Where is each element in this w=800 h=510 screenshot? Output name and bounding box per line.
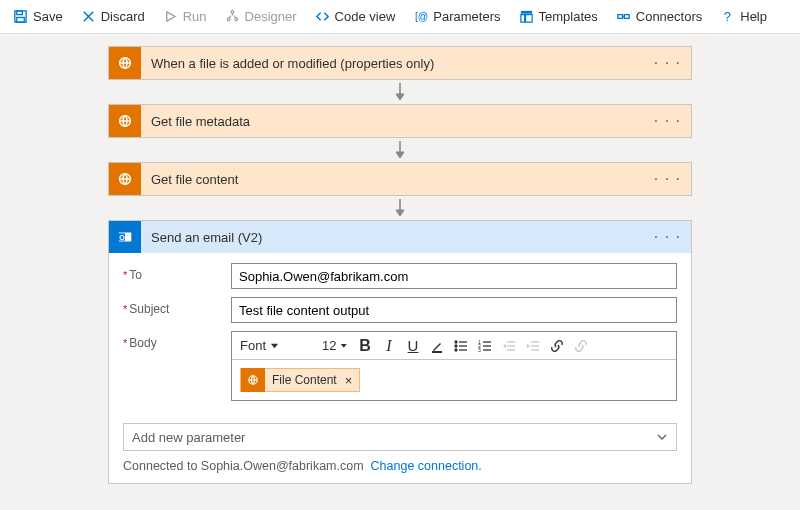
to-label: To <box>123 263 231 282</box>
arrow-icon <box>392 196 408 220</box>
link-button[interactable] <box>546 335 568 357</box>
chevron-down-icon <box>340 341 348 350</box>
trigger-title: When a file is added or modified (proper… <box>141 56 644 71</box>
more-icon[interactable]: · · · <box>644 228 691 246</box>
codeview-label: Code view <box>335 9 396 24</box>
connectors-button[interactable]: Connectors <box>607 0 711 34</box>
sharepoint-icon <box>241 368 265 392</box>
svg-marker-35 <box>271 344 278 349</box>
arrow-icon <box>392 138 408 162</box>
designer-label: Designer <box>245 9 297 24</box>
body-editor: Font 12 B I U 123 <box>231 331 677 401</box>
svg-marker-27 <box>396 152 404 158</box>
svg-point-6 <box>231 10 234 13</box>
svg-point-7 <box>227 18 230 21</box>
outlook-icon: O <box>109 221 141 253</box>
svg-rect-13 <box>520 11 531 14</box>
help-label: Help <box>740 9 767 24</box>
metadata-title: Get file metadata <box>141 114 644 129</box>
svg-point-8 <box>234 18 237 21</box>
color-button[interactable] <box>426 335 448 357</box>
svg-rect-16 <box>618 15 623 19</box>
run-button: Run <box>154 0 216 34</box>
sharepoint-icon <box>109 105 141 137</box>
outdent-button[interactable] <box>498 335 520 357</box>
token-label: File Content <box>265 373 343 387</box>
svg-marker-57 <box>527 344 530 348</box>
more-icon[interactable]: · · · <box>644 54 691 72</box>
connectors-label: Connectors <box>636 9 702 24</box>
font-select[interactable]: Font <box>236 335 316 357</box>
templates-button[interactable]: Templates <box>510 0 607 34</box>
discard-button[interactable]: Discard <box>72 0 154 34</box>
svg-rect-2 <box>17 17 25 22</box>
italic-button[interactable]: I <box>378 335 400 357</box>
svg-rect-37 <box>432 351 442 353</box>
body-content[interactable]: File Content × <box>232 360 676 400</box>
unlink-button[interactable] <box>570 335 592 357</box>
connection-info: Connected to Sophia.Owen@fabrikam.com Ch… <box>109 451 691 483</box>
to-input[interactable] <box>231 263 677 289</box>
templates-label: Templates <box>539 9 598 24</box>
discard-label: Discard <box>101 9 145 24</box>
dynamic-token[interactable]: File Content × <box>240 368 360 392</box>
chevron-down-icon <box>270 341 279 350</box>
save-label: Save <box>33 9 63 24</box>
svg-marker-23 <box>396 94 404 100</box>
svg-text:3: 3 <box>478 347 481 353</box>
email-title: Send an email (V2) <box>141 230 644 245</box>
designer-button: Designer <box>216 0 306 34</box>
sharepoint-icon <box>109 163 141 195</box>
help-button[interactable]: ? Help <box>711 0 776 34</box>
sharepoint-icon <box>109 47 141 79</box>
toolbar: Save Discard Run Designer Code view [@] … <box>0 0 800 34</box>
svg-rect-17 <box>624 15 629 19</box>
svg-marker-53 <box>503 344 506 348</box>
body-label: Body <box>123 331 231 350</box>
bullet-list-button[interactable] <box>450 335 472 357</box>
change-connection-link[interactable]: Change connection. <box>371 459 482 473</box>
email-header[interactable]: O Send an email (V2) · · · <box>109 221 691 253</box>
number-list-button[interactable]: 123 <box>474 335 496 357</box>
more-icon[interactable]: · · · <box>644 170 691 188</box>
chevron-down-icon <box>656 431 668 443</box>
svg-text:[@]: [@] <box>415 11 428 22</box>
size-select[interactable]: 12 <box>318 335 352 357</box>
save-button[interactable]: Save <box>4 0 72 34</box>
trigger-card[interactable]: When a file is added or modified (proper… <box>108 46 692 80</box>
subject-input[interactable] <box>231 297 677 323</box>
run-label: Run <box>183 9 207 24</box>
svg-line-11 <box>233 16 235 18</box>
bold-button[interactable]: B <box>354 335 376 357</box>
codeview-button[interactable]: Code view <box>306 0 405 34</box>
svg-rect-15 <box>525 15 532 23</box>
parameters-label: Parameters <box>433 9 500 24</box>
content-title: Get file content <box>141 172 644 187</box>
parameters-button[interactable]: [@] Parameters <box>404 0 509 34</box>
svg-point-42 <box>455 349 457 351</box>
svg-point-40 <box>455 345 457 347</box>
svg-text:?: ? <box>724 9 731 24</box>
more-icon[interactable]: · · · <box>644 112 691 130</box>
svg-rect-14 <box>520 15 524 23</box>
content-card[interactable]: Get file content · · · <box>108 162 692 196</box>
svg-line-10 <box>228 16 230 18</box>
subject-label: Subject <box>123 297 231 316</box>
add-parameter-select[interactable]: Add new parameter <box>123 423 677 451</box>
token-remove-icon[interactable]: × <box>343 373 360 388</box>
richtext-toolbar: Font 12 B I U 123 <box>232 332 676 360</box>
svg-text:O: O <box>119 233 125 242</box>
svg-rect-1 <box>17 11 23 15</box>
indent-button[interactable] <box>522 335 544 357</box>
svg-marker-36 <box>341 344 347 348</box>
svg-point-38 <box>455 341 457 343</box>
email-card: O Send an email (V2) · · · To Subject Bo… <box>108 220 692 484</box>
svg-marker-31 <box>396 210 404 216</box>
arrow-icon <box>392 80 408 104</box>
underline-button[interactable]: U <box>402 335 424 357</box>
add-parameter-label: Add new parameter <box>132 430 245 445</box>
designer-canvas: When a file is added or modified (proper… <box>0 34 800 484</box>
svg-marker-5 <box>166 12 174 21</box>
metadata-card[interactable]: Get file metadata · · · <box>108 104 692 138</box>
